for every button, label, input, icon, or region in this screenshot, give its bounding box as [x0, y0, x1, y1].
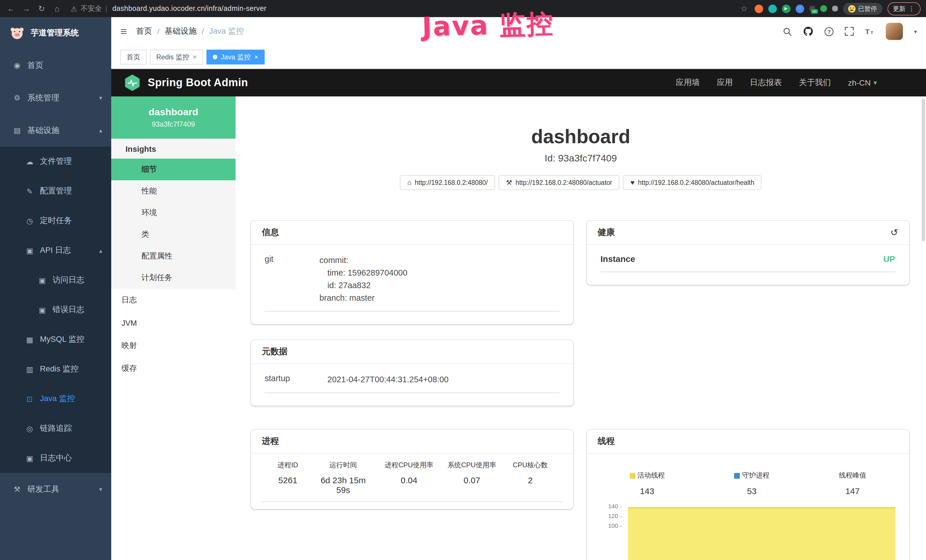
back-button[interactable]: ← — [6, 4, 16, 13]
info-card: 信息 git commit: time: 1596289704000 id: 2… — [251, 221, 573, 324]
tab-home[interactable]: 首页 — [120, 50, 147, 65]
infrastructure-submenu: ☁ 文件管理 ✎ 配置管理 ◷ 定时任务 ▣ API 日志 ▴ ▣ — [0, 147, 111, 473]
grid-extension-icon[interactable]: ∷ — [795, 4, 804, 13]
sba-item-jvm[interactable]: JVM — [111, 312, 236, 334]
hamburger-icon[interactable]: ≡ — [120, 25, 127, 38]
sba-item-config-props[interactable]: 配置属性 — [111, 245, 236, 267]
bookmark-star-icon[interactable]: ☆ — [739, 4, 749, 13]
sba-item-details[interactable]: 细节 — [111, 159, 236, 180]
tab-redis-monitor[interactable]: Redis 监控 × — [150, 50, 203, 65]
y-tick-100: 100 — [603, 522, 622, 529]
sba-nav-about[interactable]: 关于我们 — [799, 77, 831, 88]
chevron-down-icon: ▾ — [99, 95, 102, 101]
svg-text:?: ? — [828, 29, 831, 35]
cpu-cores-value: 2 — [499, 475, 561, 495]
sba-item-caches[interactable]: 缓存 — [111, 357, 236, 380]
breadcrumb-infrastructure[interactable]: 基础设施 — [165, 26, 197, 36]
pid-value: 5261 — [262, 475, 313, 495]
sidebar-item-java-monitor[interactable]: ⊡ Java 监控 — [0, 384, 111, 414]
sba-sidebar: dashboard 93a3fc7f7409 Insights 细节 性能 环境… — [111, 97, 236, 560]
git-commit-line: commit: — [319, 254, 560, 266]
sidebar-item-tracing[interactable]: ◎ 链路追踪 — [0, 414, 111, 443]
legend-live-threads: 活动线程 143 — [629, 471, 665, 496]
document-icon: ▣ — [38, 276, 47, 285]
puzzle-icon[interactable] — [832, 6, 838, 11]
layers-icon: ▥ — [25, 365, 34, 374]
forward-button[interactable]: → — [21, 4, 31, 13]
sba-instance-block[interactable]: dashboard 93a3fc7f7409 — [111, 97, 236, 139]
close-icon[interactable]: × — [193, 53, 197, 61]
threads-chart: 140 120 100 — [603, 502, 899, 560]
process-table-header: 进程ID 运行时间 进程CPU使用率 系统CPU使用率 CPU核心数 — [262, 460, 562, 470]
sba-item-logs[interactable]: 日志 — [111, 289, 236, 312]
url-bar[interactable]: dashboard.yudao.iocoder.cn/infra/admin-s… — [112, 5, 267, 12]
git-branch-line: branch: master — [319, 292, 560, 304]
sidebar-item-config-mgmt[interactable]: ✎ 配置管理 — [0, 176, 111, 206]
service-url-link[interactable]: ⌂ http://192.168.0.2:48080/ — [400, 175, 495, 190]
breadcrumb-home[interactable]: 首页 — [136, 26, 152, 36]
reload-button[interactable]: ↻ — [36, 4, 47, 13]
sidebar-item-scheduled-jobs[interactable]: ◷ 定时任务 — [0, 206, 111, 236]
health-card: 健康 ↺ Instance UP — [587, 221, 909, 285]
fullscreen-icon[interactable] — [845, 27, 854, 36]
tab-java-monitor[interactable]: Java 监控 × — [206, 50, 264, 65]
sidebar-item-mysql-monitor[interactable]: ▦ MySQL 监控 — [0, 325, 111, 354]
font-size-icon[interactable]: T T — [865, 27, 875, 36]
history-icon[interactable]: ↺ — [890, 227, 898, 238]
app-logo-row[interactable]: 芋道管理系统 — [0, 17, 111, 49]
active-tab-dot — [213, 55, 217, 59]
sidebar-item-home[interactable]: ◉ 首页 — [0, 49, 111, 82]
update-button[interactable]: 更新 ⋮ — [887, 2, 920, 15]
avatar[interactable] — [886, 23, 903, 40]
divider: | — [105, 5, 107, 12]
chevron-down-icon: ▾ — [873, 79, 877, 87]
uptime-value: 6d 23h 15m 59s — [313, 475, 373, 495]
sidebar-item-api-logs[interactable]: ▣ API 日志 ▴ — [0, 236, 111, 265]
breadcrumb-current: Java 监控 — [209, 26, 244, 36]
sba-nav-journal[interactable]: 日志报表 — [750, 77, 782, 88]
sidebar-item-log-center[interactable]: ▣ 日志中心 — [0, 443, 111, 473]
leaf-extension-icon[interactable] — [820, 5, 827, 12]
threads-card: 线程 活动线程 143 — [587, 430, 909, 560]
help-icon[interactable]: ? — [825, 27, 834, 36]
onetab-extension-icon[interactable]: on — [809, 6, 815, 11]
play-extension-icon[interactable]: ▶ — [782, 4, 790, 13]
sba-item-mappings[interactable]: 映射 — [111, 334, 236, 357]
sba-app-name: dashboard — [148, 107, 198, 118]
scrollbar[interactable] — [921, 99, 925, 241]
y-tick-140: 140 — [603, 502, 622, 510]
close-icon[interactable]: × — [254, 53, 258, 61]
sba-item-scheduled-tasks[interactable]: 计划任务 — [111, 267, 236, 289]
sba-nav-wallboard[interactable]: 应用墙 — [676, 77, 700, 88]
screen-icon: ⊡ — [25, 395, 34, 403]
sba-item-metrics[interactable]: 性能 — [111, 180, 236, 202]
sba-item-environment[interactable]: 环境 — [111, 202, 236, 224]
locale-dropdown[interactable]: zh-CN ▾ — [848, 78, 877, 87]
sidebar-item-error-logs[interactable]: ▣ 错误日志 — [0, 295, 111, 325]
home-icon: ⌂ — [407, 179, 412, 186]
git-time-line: time: 1596289704000 — [319, 266, 560, 279]
sidebar-item-dev-tools[interactable]: ⚒ 研发工具 ▾ — [0, 473, 111, 506]
sidebar-item-system-mgmt[interactable]: ⚙ 系统管理 ▾ — [0, 82, 111, 114]
search-icon[interactable] — [783, 27, 793, 36]
sba-nav-applications[interactable]: 应用 — [717, 77, 733, 88]
sidebar-item-redis-monitor[interactable]: ▥ Redis 监控 — [0, 354, 111, 384]
kebab-menu-icon[interactable]: ⋮ — [908, 5, 915, 12]
security-indicator[interactable]: ⚠ 不安全 | — [71, 4, 107, 14]
browser-window: Java 监控 ← → ↻ ⌂ ⚠ 不安全 | dashboard.yudao.… — [0, 0, 926, 560]
sba-item-classes[interactable]: 类 — [111, 224, 236, 245]
health-url-link[interactable]: ♥ http://192.168.0.2:48080/actuator/heal… — [623, 175, 762, 190]
sidebar-item-access-logs[interactable]: ▣ 访问日志 — [0, 265, 111, 295]
actuator-url-link[interactable]: ⚒ http://192.168.0.2:48080/actuator — [498, 175, 619, 190]
sidebar-item-file-mgmt[interactable]: ☁ 文件管理 — [0, 147, 111, 176]
drop-extension-icon[interactable] — [768, 4, 776, 13]
sidebar-item-infrastructure[interactable]: ▤ 基础设施 ▴ — [0, 114, 111, 147]
svg-text:T: T — [871, 30, 874, 35]
git-id-line: id: 27aa832 — [319, 279, 560, 292]
chevron-down-icon[interactable]: ▾ — [914, 28, 917, 35]
fox-extension-icon[interactable] — [754, 4, 763, 13]
document-icon: ▣ — [25, 246, 34, 255]
paused-badge[interactable]: 已暂停 — [843, 3, 882, 15]
github-icon[interactable] — [803, 26, 814, 36]
home-button[interactable]: ⌂ — [52, 4, 62, 13]
